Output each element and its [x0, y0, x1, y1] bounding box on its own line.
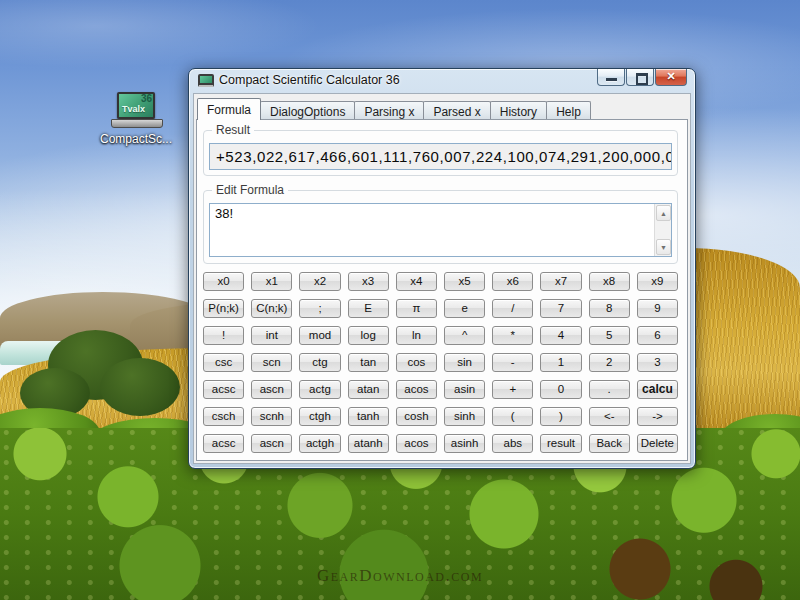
laptop-screen-glass: 36 Tvalx [119, 94, 153, 117]
key-e[interactable]: E [348, 299, 389, 318]
key-x3[interactable]: x3 [348, 272, 389, 291]
key-x5[interactable]: x5 [444, 272, 485, 291]
result-field[interactable]: +523,022,617,466,601,111,760,007,224,100… [209, 143, 672, 170]
key-int[interactable]: int [251, 326, 292, 345]
tab-history[interactable]: History [490, 101, 547, 120]
titlebar[interactable]: Compact Scientific Calculator 36 [189, 69, 695, 93]
desktop-icon-compact-calculator[interactable]: 36 Tvalx CompactSc... [103, 90, 169, 152]
edit-formula-group-label: Edit Formula [212, 183, 288, 197]
key-x8[interactable]: x8 [589, 272, 630, 291]
key--[interactable]: -> [637, 407, 678, 426]
key--[interactable]: / [492, 299, 533, 318]
key-acos[interactable]: acos [396, 434, 437, 453]
key-mod[interactable]: mod [299, 326, 340, 345]
key--[interactable]: + [492, 380, 533, 399]
key-back[interactable]: Back [589, 434, 630, 453]
key-1[interactable]: 1 [540, 353, 581, 372]
key-delete[interactable]: Delete [637, 434, 678, 453]
key--[interactable]: * [492, 326, 533, 345]
key-sin[interactable]: sin [444, 353, 485, 372]
key--[interactable]: <- [589, 407, 630, 426]
key-cosh[interactable]: cosh [396, 407, 437, 426]
key--[interactable]: ( [492, 407, 533, 426]
key-scn[interactable]: scn [251, 353, 292, 372]
key-acsc[interactable]: acsc [203, 380, 244, 399]
key-csc[interactable]: csc [203, 353, 244, 372]
keypad: x0x1x2x3x4x5x6x7x8x9P(n;k)C(n;k);Eπe/789… [203, 272, 678, 450]
key--[interactable]: ) [540, 407, 581, 426]
key-x7[interactable]: x7 [540, 272, 581, 291]
key--[interactable]: . [589, 380, 630, 399]
key-acsc[interactable]: acsc [203, 434, 244, 453]
key-ascn[interactable]: ascn [251, 434, 292, 453]
desktop: GearDownload.com 36 Tvalx CompactSc... C… [0, 0, 800, 600]
key-atan[interactable]: atan [348, 380, 389, 399]
key-acos[interactable]: acos [396, 380, 437, 399]
laptop-base [111, 119, 163, 128]
key-4[interactable]: 4 [540, 326, 581, 345]
tab-parsing-x[interactable]: Parsing x [354, 101, 424, 120]
key-p-n-k-[interactable]: P(n;k) [203, 299, 244, 318]
result-group-label: Result [212, 123, 254, 137]
key-cos[interactable]: cos [396, 353, 437, 372]
key-actgh[interactable]: actgh [299, 434, 340, 453]
key-ln[interactable]: ln [396, 326, 437, 345]
key-5[interactable]: 5 [589, 326, 630, 345]
tab-help[interactable]: Help [546, 101, 591, 120]
key-6[interactable]: 6 [637, 326, 678, 345]
formula-text: 38! [215, 206, 233, 221]
key-asinh[interactable]: asinh [444, 434, 485, 453]
key-ctgh[interactable]: ctgh [299, 407, 340, 426]
key--[interactable]: π [396, 299, 437, 318]
key-asin[interactable]: asin [444, 380, 485, 399]
maximize-button[interactable] [626, 69, 654, 86]
key-scnh[interactable]: scnh [251, 407, 292, 426]
key-x9[interactable]: x9 [637, 272, 678, 291]
key-tan[interactable]: tan [348, 353, 389, 372]
key--[interactable]: ^ [444, 326, 485, 345]
minimize-button[interactable] [597, 69, 625, 86]
key-atanh[interactable]: atanh [348, 434, 389, 453]
key-calcu[interactable]: calcu [637, 380, 678, 399]
formula-input[interactable]: 38! [209, 203, 672, 257]
key-3[interactable]: 3 [637, 353, 678, 372]
tab-parsed-x[interactable]: Parsed x [423, 101, 490, 120]
window-title: Compact Scientific Calculator 36 [219, 73, 400, 87]
key-7[interactable]: 7 [540, 299, 581, 318]
key-e[interactable]: e [444, 299, 485, 318]
laptop-brand: Tvalx [122, 104, 145, 114]
scroll-down-icon[interactable] [656, 239, 671, 255]
key-tanh[interactable]: tanh [348, 407, 389, 426]
window-controls [597, 69, 687, 86]
client-area: FormulaDialogOptionsParsing xParsed xHis… [193, 93, 691, 464]
key-8[interactable]: 8 [589, 299, 630, 318]
tab-formula[interactable]: Formula [197, 98, 261, 120]
key-x1[interactable]: x1 [251, 272, 292, 291]
formula-tab-panel: Result +523,022,617,466,601,111,760,007,… [196, 119, 688, 461]
tab-dialogoptions[interactable]: DialogOptions [260, 101, 355, 120]
key-x0[interactable]: x0 [203, 272, 244, 291]
key-result[interactable]: result [540, 434, 581, 453]
key-abs[interactable]: abs [492, 434, 533, 453]
app-icon [198, 74, 214, 87]
close-button[interactable] [655, 69, 687, 86]
scroll-up-icon[interactable] [656, 205, 671, 221]
key--[interactable]: - [492, 353, 533, 372]
key--[interactable]: ! [203, 326, 244, 345]
formula-scrollbar[interactable] [654, 204, 671, 256]
key-0[interactable]: 0 [540, 380, 581, 399]
key-x6[interactable]: x6 [492, 272, 533, 291]
key-x4[interactable]: x4 [396, 272, 437, 291]
key-x2[interactable]: x2 [299, 272, 340, 291]
key-sinh[interactable]: sinh [444, 407, 485, 426]
key-csch[interactable]: csch [203, 407, 244, 426]
key-2[interactable]: 2 [589, 353, 630, 372]
calculator-window: Compact Scientific Calculator 36 Formula… [188, 68, 696, 469]
key-c-n-k-[interactable]: C(n;k) [251, 299, 292, 318]
key--[interactable]: ; [299, 299, 340, 318]
key-9[interactable]: 9 [637, 299, 678, 318]
key-ctg[interactable]: ctg [299, 353, 340, 372]
key-actg[interactable]: actg [299, 380, 340, 399]
key-log[interactable]: log [348, 326, 389, 345]
key-ascn[interactable]: ascn [251, 380, 292, 399]
